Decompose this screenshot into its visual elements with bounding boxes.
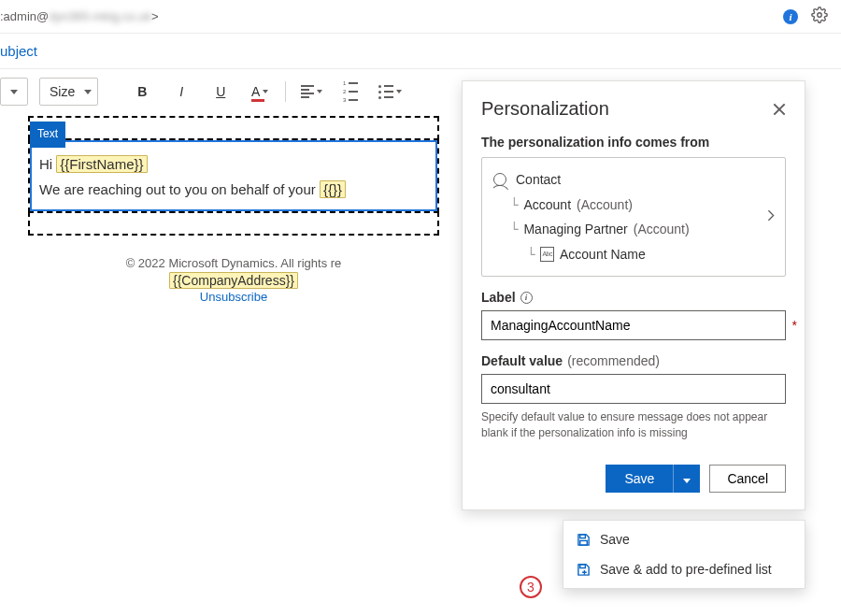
required-indicator: * xyxy=(792,318,797,333)
bold-button[interactable]: B xyxy=(128,78,156,106)
callout-3: 3 xyxy=(520,576,542,598)
font-color-button[interactable]: A xyxy=(246,78,274,106)
unsubscribe-wrap: Unsubscribe xyxy=(28,289,439,304)
firstname-token[interactable]: {{FirstName}} xyxy=(56,155,147,173)
font-size-label: Size xyxy=(50,84,75,99)
font-size-select[interactable]: Size xyxy=(39,78,98,106)
label-input-wrap: * xyxy=(481,310,786,340)
text-block[interactable]: Text Hi {{FirstName}} We are reaching ou… xyxy=(30,140,437,211)
italic-button[interactable]: I xyxy=(167,78,195,106)
cancel-button[interactable]: Cancel xyxy=(709,465,786,493)
panel-title: Personalization xyxy=(481,98,609,120)
panel-header: Personalization xyxy=(481,98,786,120)
tree-connector-icon: └ xyxy=(510,193,518,218)
save-icon xyxy=(577,533,591,547)
save-button[interactable]: Save xyxy=(606,465,673,493)
toolbar-divider xyxy=(285,81,286,102)
recommended-text: (recommended) xyxy=(567,353,660,368)
settings-gear-icon[interactable] xyxy=(811,7,828,26)
default-value-input[interactable] xyxy=(481,374,786,404)
menu-save-add[interactable]: Save & add to pre-defined list xyxy=(563,554,805,584)
subject-label: ubject xyxy=(0,43,37,59)
unsubscribe-link[interactable]: Unsubscribe xyxy=(200,290,267,304)
label-field-label: Label i xyxy=(481,290,786,305)
from-prefix: :admin@ xyxy=(0,9,49,23)
ordered-list-button[interactable]: 123 xyxy=(336,78,364,106)
svg-rect-2 xyxy=(580,540,588,545)
text-field-icon: Abc xyxy=(540,247,554,261)
tree-account-type: (Account) xyxy=(577,193,633,218)
tree-managing-partner-label: Managing Partner xyxy=(523,217,627,242)
from-email: :admin@dyn365-mktg.co.uk> xyxy=(0,9,159,23)
canvas-outer-dashed xyxy=(28,116,439,140)
save-split-button: Save xyxy=(606,465,700,493)
tree-account: └ Account (Account) xyxy=(492,193,776,218)
label-text: Label xyxy=(481,290,516,305)
ordered-list-icon: 123 xyxy=(343,80,358,103)
footer-copyright: © 2022 Microsoft Dynamics. All rights re xyxy=(28,256,439,270)
default-value-label: Default value (recommended) xyxy=(481,353,786,368)
chevron-right-icon xyxy=(766,209,776,225)
topbar-icons: i xyxy=(783,7,828,26)
default-value-hint: Specify default value to ensure message … xyxy=(481,409,786,439)
svg-rect-3 xyxy=(580,564,586,567)
tree-connector-icon: └ xyxy=(510,217,518,242)
greeting-line: Hi {{FirstName}} xyxy=(39,151,428,177)
top-bar: :admin@dyn365-mktg.co.uk> i xyxy=(0,0,841,34)
subject-row[interactable]: ubject xyxy=(0,34,841,69)
tree-contact-label: Contact xyxy=(516,167,561,193)
tree-managing-partner: └ Managing Partner (Account) xyxy=(492,217,776,242)
canvas-lower-dashed xyxy=(28,211,439,236)
from-domain: dyn365-mktg.co.uk xyxy=(49,9,151,23)
label-input[interactable] xyxy=(481,310,786,340)
bullet-list-icon xyxy=(378,85,393,99)
empty-token[interactable]: {{}} xyxy=(320,180,346,198)
tree-account-label: Account xyxy=(523,193,571,218)
save-dropdown-menu: Save Save & add to pre-defined list xyxy=(563,520,805,589)
font-family-select[interactable] xyxy=(0,78,28,106)
body-line: We are reaching out to you on behalf of … xyxy=(39,177,428,202)
info-heading: The personalization info comes from xyxy=(481,135,786,150)
svg-rect-1 xyxy=(580,534,586,537)
info-outline-icon[interactable]: i xyxy=(520,292,533,304)
bullet-list-button[interactable] xyxy=(376,78,404,106)
menu-save-add-label: Save & add to pre-defined list xyxy=(600,562,772,577)
company-address-token[interactable]: {{CompanyAddress}} xyxy=(169,272,298,289)
tree-connector-icon: └ xyxy=(527,242,535,267)
panel-button-row: Save Cancel xyxy=(481,465,786,493)
tree-account-name-label: Account Name xyxy=(560,242,646,267)
personalization-panel: Personalization The personalization info… xyxy=(462,80,805,510)
save-add-icon xyxy=(577,563,591,577)
info-icon[interactable]: i xyxy=(783,9,798,24)
greeting-text: Hi xyxy=(39,156,56,172)
block-tag: Text xyxy=(30,122,65,148)
underline-button[interactable]: U xyxy=(207,78,235,106)
from-suffix: > xyxy=(151,9,159,23)
save-dropdown-toggle[interactable] xyxy=(673,465,700,493)
default-label-text: Default value xyxy=(481,353,563,368)
footer-address-wrap: {{CompanyAddress}} xyxy=(28,270,439,289)
menu-save[interactable]: Save xyxy=(563,524,805,554)
info-source-tree[interactable]: Contact └ Account (Account) └ Managing P… xyxy=(481,157,786,277)
close-icon[interactable] xyxy=(773,103,786,116)
tree-contact: Contact xyxy=(492,167,776,193)
contact-icon xyxy=(493,169,510,190)
align-button[interactable] xyxy=(297,78,325,106)
svg-point-0 xyxy=(818,13,822,18)
menu-save-label: Save xyxy=(600,532,630,547)
canvas-text-container: Text Hi {{FirstName}} We are reaching ou… xyxy=(28,138,439,213)
tree-account-name: └ Abc Account Name xyxy=(492,242,776,267)
body-text: We are reaching out to you on behalf of … xyxy=(39,181,320,197)
tree-managing-partner-type: (Account) xyxy=(634,217,690,242)
align-left-icon xyxy=(301,85,314,98)
